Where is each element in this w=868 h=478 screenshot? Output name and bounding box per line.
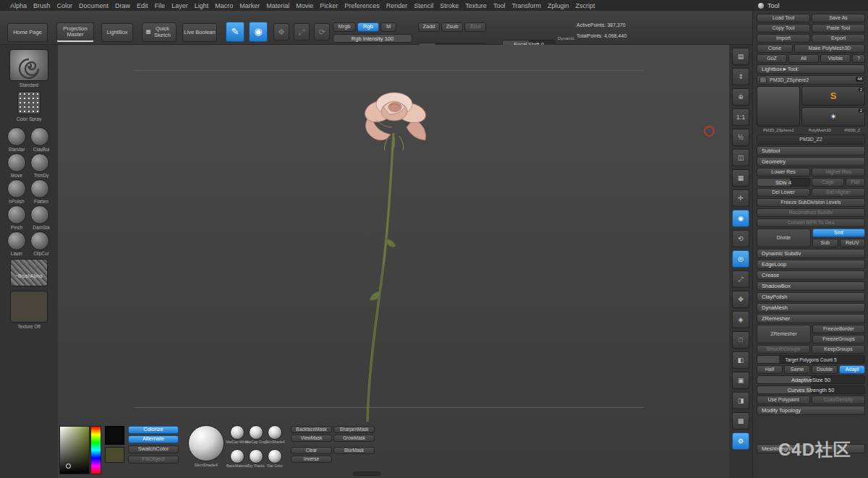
- menu-picker[interactable]: Picker: [320, 2, 338, 9]
- sub-toggle[interactable]: Sub: [812, 239, 838, 247]
- lower-res-button[interactable]: Lower Res: [757, 168, 810, 176]
- freeze-groups-button[interactable]: FreezeGroups: [812, 335, 865, 343]
- material-thumb[interactable]: [268, 425, 282, 440]
- geometry-section[interactable]: Geometry: [757, 157, 865, 166]
- reuv-button[interactable]: ReUV: [840, 239, 866, 247]
- shadowbox-section[interactable]: ShadowBox: [757, 281, 865, 291]
- adapt-toggle[interactable]: Adapt: [839, 365, 865, 374]
- shelf-icon-xpose[interactable]: ◨: [732, 392, 749, 409]
- m-button[interactable]: M: [380, 22, 396, 32]
- menu-tool[interactable]: Tool: [493, 2, 506, 9]
- grow-mask-button[interactable]: GrowMask: [333, 435, 375, 442]
- keep-groups-button[interactable]: KeepGroups: [812, 345, 865, 354]
- menu-light[interactable]: Light: [195, 2, 209, 9]
- material-thumb[interactable]: [249, 449, 263, 464]
- material-thumb[interactable]: [249, 425, 263, 440]
- tool-palette-header[interactable]: Tool: [753, 0, 868, 11]
- reconstruct-subdiv-button[interactable]: Reconstruct Subdiv: [757, 208, 865, 217]
- active-tool-preview[interactable]: [757, 86, 800, 127]
- tool-slot-button[interactable]: PM3D_Z2: [757, 135, 865, 145]
- dynamic-subdiv-section[interactable]: Dynamic Subdiv: [757, 249, 865, 258]
- load-tool-button[interactable]: Load Tool: [757, 14, 810, 22]
- flat-button[interactable]: Flat: [846, 178, 865, 187]
- del-lower-button[interactable]: Del Lower: [757, 188, 810, 197]
- material-main-thumbnail[interactable]: [188, 425, 224, 461]
- shelf-icon-ghost[interactable]: ▣: [732, 372, 749, 389]
- crease-section[interactable]: Crease: [757, 270, 865, 280]
- shelf-icon-transparent[interactable]: ◧: [732, 351, 749, 369]
- modify-topology-section[interactable]: Modify Topology: [757, 406, 865, 415]
- brush-trimdynamic[interactable]: [30, 153, 49, 172]
- blur-mask-button[interactable]: BlurMask: [333, 447, 375, 454]
- zremesher-button[interactable]: ZRemesher: [757, 325, 811, 343]
- clear-mask-button[interactable]: Clear: [291, 447, 332, 454]
- zremesher-section[interactable]: ZRemesher: [757, 314, 865, 323]
- smt-toggle[interactable]: Smt: [812, 229, 865, 237]
- lightbox-tool-row[interactable]: Lightbox►Tool:: [757, 64, 865, 74]
- double-button[interactable]: Double: [812, 365, 838, 374]
- menu-texture[interactable]: Texture: [465, 2, 487, 9]
- divide-button[interactable]: Divide: [757, 229, 811, 247]
- mrgb-button[interactable]: Mrgb: [333, 22, 356, 32]
- shelf-icon-document-preview[interactable]: ▤: [732, 48, 749, 65]
- brush-damstandard[interactable]: [30, 205, 49, 224]
- material-thumb[interactable]: [268, 449, 282, 464]
- brush-move[interactable]: [7, 153, 26, 172]
- menu-edit[interactable]: Edit: [137, 2, 148, 9]
- current-tool-button[interactable]: PM3D_ZSphere2 48: [757, 75, 865, 85]
- brush-alpha-thumbnail[interactable]: [10, 259, 48, 286]
- goz-button[interactable]: GoZ: [757, 54, 787, 63]
- document-canvas[interactable]: [58, 45, 729, 478]
- brush-hpolish[interactable]: [7, 179, 26, 198]
- shelf-icon-solo[interactable]: □: [732, 331, 749, 349]
- brush-claybuildup[interactable]: [30, 127, 49, 146]
- zadd-button[interactable]: Zadd: [418, 22, 440, 32]
- menu-marker[interactable]: Marker: [239, 2, 260, 9]
- import-button[interactable]: Import: [757, 34, 810, 43]
- freeze-subdivision-button[interactable]: Freeze SubDivision Levels: [757, 198, 865, 207]
- claypolish-section[interactable]: ClayPolish: [757, 292, 865, 302]
- brush-pinch[interactable]: [7, 205, 26, 224]
- save-as-button[interactable]: Save As: [812, 14, 865, 22]
- shelf-icon-zoom[interactable]: 1:1: [732, 108, 749, 126]
- menu-zscript[interactable]: Zscript: [576, 2, 595, 9]
- hue-strip[interactable]: [90, 426, 101, 474]
- dynamesh-section[interactable]: DynaMesh: [757, 303, 865, 312]
- smooth-groups-button[interactable]: SmoothGroups: [757, 345, 810, 354]
- texture-off-thumbnail[interactable]: [10, 291, 48, 323]
- rgb-button[interactable]: Rgb: [357, 22, 379, 32]
- menu-file[interactable]: File: [155, 2, 166, 9]
- brush-colorspray-thumbnail[interactable]: [17, 91, 41, 114]
- quick-sketch-button[interactable]: ▦ Quick Sketch: [142, 22, 176, 42]
- color-density-button[interactable]: ColorDensity: [812, 396, 865, 404]
- zcut-button[interactable]: Zcut: [464, 22, 486, 32]
- shelf-icon-spix[interactable]: ⇕: [732, 68, 749, 85]
- menu-stroke[interactable]: Stroke: [440, 2, 459, 9]
- goz-visible-button[interactable]: Visible: [820, 54, 851, 63]
- cage-button[interactable]: Cage: [812, 178, 843, 187]
- zsub-button[interactable]: Zsub: [441, 22, 463, 32]
- rgb-intensity-slider[interactable]: Rgb Intensity 100: [333, 34, 412, 43]
- shelf-icon-lightbox[interactable]: ▩: [732, 412, 749, 430]
- menu-draw[interactable]: Draw: [115, 2, 130, 9]
- shelf-icon-actual[interactable]: ½: [732, 129, 749, 146]
- shelf-icon-aa-half[interactable]: ◫: [732, 149, 749, 166]
- shelf-icon-persp[interactable]: ▦: [732, 169, 749, 187]
- copy-tool-button[interactable]: Copy Tool: [757, 24, 810, 33]
- mesh-integrity-section[interactable]: MeshIntegrity: [757, 444, 865, 453]
- fill-object-button[interactable]: FillObject: [128, 456, 179, 464]
- menu-color[interactable]: Color: [57, 2, 73, 9]
- edgeloop-section[interactable]: EdgeLoop: [757, 260, 865, 269]
- shelf-icon-frame[interactable]: ◎: [732, 250, 749, 268]
- sharpen-mask-button[interactable]: SharpenMask: [333, 426, 375, 433]
- adaptive-size-slider[interactable]: AdaptiveSize 50: [757, 375, 865, 384]
- export-button[interactable]: Export: [812, 34, 865, 43]
- move-mode-button[interactable]: ✥: [273, 23, 289, 40]
- same-button[interactable]: Same: [784, 365, 810, 374]
- del-higher-button[interactable]: Del Higher: [812, 188, 865, 197]
- secondary-color-swatch[interactable]: [105, 447, 124, 463]
- higher-res-button[interactable]: Higher Res: [812, 168, 865, 176]
- inverse-mask-button[interactable]: Inverse: [291, 456, 332, 463]
- target-polygons-slider[interactable]: Target Polygons Count 5: [757, 355, 865, 364]
- live-boolean-button[interactable]: Live Boolean: [182, 23, 217, 42]
